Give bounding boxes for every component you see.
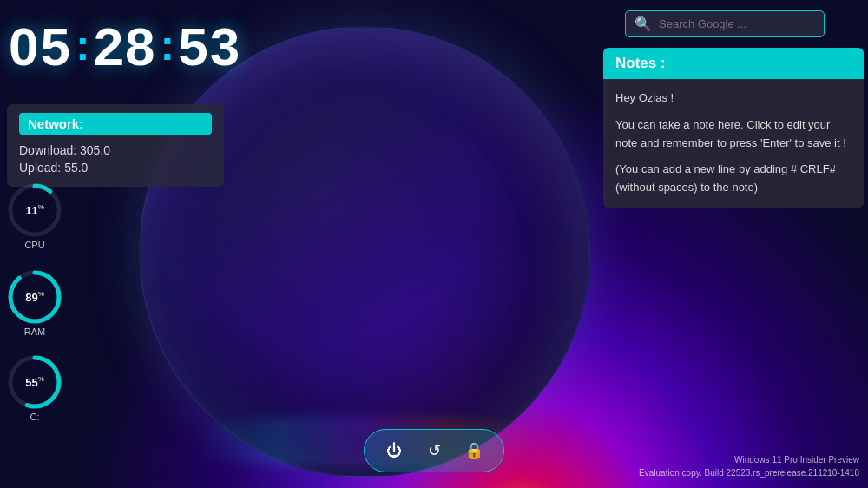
disk-value: 55% (25, 376, 44, 387)
search-icon: 🔍 (635, 16, 652, 32)
network-title: Network: (19, 113, 212, 135)
clock-hours: 05 (9, 16, 72, 77)
clock-sep-1: : (76, 20, 90, 70)
power-icon: ⏻ (386, 442, 402, 460)
notes-content[interactable]: Hey Ozias ! You can take a note here. Cl… (603, 79, 864, 208)
ram-label: RAM (24, 326, 45, 337)
notes-line-2: You can take a note here. Click to edit … (615, 116, 852, 153)
network-upload: Upload: 55.0 (19, 161, 212, 175)
taskbar: ⏻ ↺ 🔒 (364, 429, 504, 472)
disk-gauge-circle: 55% (7, 354, 62, 410)
clock-seconds: 53 (178, 16, 241, 77)
windows-info: Windows 11 Pro Insider Preview Evaluatio… (639, 453, 859, 479)
ram-value: 89% (25, 291, 44, 302)
cpu-label: CPU (24, 240, 44, 250)
lock-icon: 🔒 (464, 441, 483, 460)
notes-title: Notes : (603, 48, 864, 79)
notes-line-3: (You can add a new line by adding # CRLF… (615, 161, 852, 197)
orb-decoration (139, 26, 590, 478)
disk-gauge: 55% C: (7, 354, 62, 422)
ram-gauge: 89% RAM (7, 269, 62, 337)
search-bar[interactable]: 🔍 (625, 10, 825, 37)
notes-line-1: Hey Ozias ! (615, 89, 852, 108)
network-download: Download: 305.0 (19, 143, 212, 157)
search-input[interactable] (659, 17, 815, 30)
ram-gauge-circle: 89% (7, 269, 62, 325)
clock-sep-2: : (161, 20, 175, 70)
cpu-gauge: 11% CPU (7, 182, 62, 250)
lock-button[interactable]: 🔒 (458, 435, 490, 466)
clock-minutes: 28 (94, 16, 157, 77)
refresh-icon: ↺ (428, 441, 441, 460)
cpu-value: 11% (25, 204, 44, 215)
disk-label: C: (30, 412, 40, 422)
notes-widget: Notes : Hey Ozias ! You can take a note … (603, 48, 864, 208)
network-widget: Network: Download: 305.0 Upload: 55.0 (7, 104, 224, 187)
windows-info-line1: Windows 11 Pro Insider Preview (639, 453, 859, 466)
power-button[interactable]: ⏻ (378, 435, 410, 466)
refresh-button[interactable]: ↺ (418, 435, 450, 466)
clock-widget: 05 : 28 : 53 (9, 16, 241, 77)
cpu-gauge-circle: 11% (7, 182, 62, 238)
windows-info-line2: Evaluation copy. Build 22523.rs_prerelea… (639, 466, 859, 479)
